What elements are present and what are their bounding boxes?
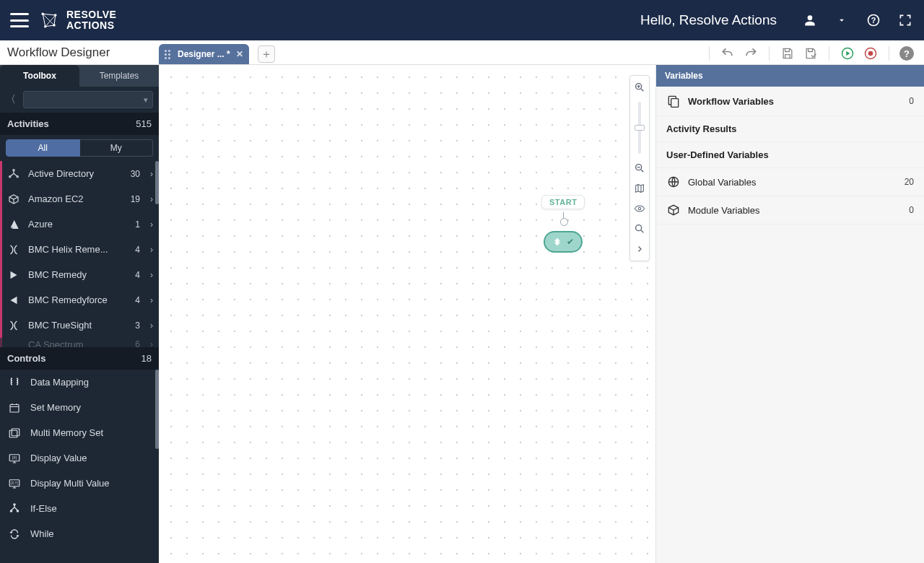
brand: RESOLVE ACTIONS: [39, 9, 116, 32]
run-button[interactable]: [840, 45, 855, 61]
minimap-button[interactable]: [632, 181, 647, 196]
control-item-multi-memory-set[interactable]: Multi Memory Set: [0, 420, 159, 445]
activity-count: 4: [135, 245, 140, 255]
controls-list: Data Mapping Set Memory Multi Memory Set…: [0, 370, 159, 563]
record-button[interactable]: [863, 45, 879, 61]
save-button[interactable]: [780, 45, 796, 61]
save-as-button[interactable]: [803, 45, 819, 61]
bmc-helix-icon: [6, 243, 21, 257]
category-select[interactable]: ▾: [23, 91, 153, 108]
activity-label: Active Directory: [28, 168, 123, 179]
start-label: START: [541, 195, 585, 209]
control-item-set-memory[interactable]: Set Memory: [0, 395, 159, 420]
svg-point-9: [13, 169, 14, 170]
sidebar-tab-templates[interactable]: Templates: [79, 65, 159, 87]
control-item-data-mapping[interactable]: Data Mapping: [0, 370, 159, 395]
filter-all[interactable]: All: [6, 139, 80, 157]
toolbar-help-button[interactable]: ?: [899, 46, 914, 61]
activity-count: 6: [135, 339, 140, 347]
activity-label: BMC TrueSight: [28, 320, 128, 331]
svg-point-25: [636, 225, 642, 231]
sidebar-tabs: Toolbox Templates: [0, 65, 159, 87]
global-variables-count: 20: [905, 177, 914, 187]
user-icon[interactable]: [801, 12, 819, 29]
activity-item-ca-spectrum[interactable]: CA Spectrum 6 ›: [0, 338, 159, 347]
module-variables-row[interactable]: Module Variables 0: [656, 196, 924, 224]
filter-my[interactable]: My: [80, 139, 154, 157]
control-label: Multi Memory Set: [30, 427, 103, 438]
fullscreen-icon[interactable]: [897, 12, 914, 29]
activity-item-active-directory[interactable]: Active Directory 30 ›: [0, 161, 159, 186]
activity-item-amazon-ec2[interactable]: Amazon EC2 19 ›: [0, 186, 159, 211]
while-icon: [7, 527, 22, 541]
hamburger-menu[interactable]: [10, 13, 29, 27]
chevron-right-icon: ›: [150, 339, 153, 347]
zoom-in-button[interactable]: [632, 80, 647, 95]
activity-count: 3: [135, 320, 140, 331]
main: Toolbox Templates 〈 ▾ Activities 515 All…: [0, 65, 924, 563]
activity-item-bmc-remedyforce[interactable]: BMC Remedyforce 4 ›: [0, 287, 159, 313]
activity-item-bmc-remedy[interactable]: BMC Remedy 4 ›: [0, 262, 159, 287]
control-item-display-multi-value[interactable]: [X,Y] Display Multi Value: [0, 471, 159, 496]
undo-button[interactable]: [720, 45, 736, 61]
node-connector[interactable]: [563, 212, 564, 222]
tab-close-icon[interactable]: ✕: [236, 49, 243, 59]
set-memory-icon: [7, 401, 22, 415]
collapse-sidebar-button[interactable]: 〈: [6, 93, 17, 106]
svg-text:?: ?: [871, 16, 876, 25]
workflow-variables-icon: [666, 94, 681, 108]
workflow-variables-row[interactable]: Workflow Variables 0: [656, 87, 924, 116]
activity-label: BMC Remedy: [28, 269, 128, 280]
chevron-right-icon: ›: [150, 169, 153, 179]
activity-item-azure[interactable]: Azure 1 ›: [0, 211, 159, 237]
global-variables-row[interactable]: Global Variables 20: [656, 168, 924, 196]
add-tab-button[interactable]: ＋: [258, 45, 275, 63]
zoom-slider[interactable]: [638, 102, 641, 154]
brand-line1: RESOLVE: [66, 9, 116, 20]
chevron-right-icon: ›: [150, 219, 153, 230]
azure-icon: [6, 217, 21, 232]
activity-results-header[interactable]: Activity Results: [656, 116, 924, 142]
chevron-right-icon: ›: [150, 295, 153, 305]
control-label: Data Mapping: [30, 377, 89, 388]
amazon-ec2-icon: [6, 192, 21, 206]
sidebar-tab-toolbox[interactable]: Toolbox: [0, 65, 79, 87]
zoom-out-button[interactable]: [632, 161, 647, 175]
svg-point-21: [17, 510, 18, 511]
activity-node[interactable]: ✔: [544, 231, 583, 253]
workflow-canvas[interactable]: START ✔: [159, 65, 655, 563]
svg-point-24: [638, 207, 640, 209]
expand-rail-button[interactable]: [632, 242, 647, 256]
help-icon[interactable]: ?: [865, 12, 882, 29]
activities-count: 515: [136, 118, 152, 129]
activity-label: CA Spectrum: [28, 339, 128, 348]
control-item-if-else[interactable]: If-Else: [0, 496, 159, 521]
activities-filter: All My: [0, 135, 159, 161]
activity-count: 1: [135, 219, 140, 230]
svg-point-8: [868, 51, 873, 56]
if-else-icon: [7, 502, 22, 516]
activity-item-bmc-helix-remedy[interactable]: BMC Helix Reme... 4 ›: [0, 237, 159, 262]
sidebar-collapse-row: 〈 ▾: [0, 87, 159, 113]
svg-point-19: [14, 503, 15, 505]
activities-header[interactable]: Activities 515: [0, 113, 159, 135]
chevron-right-icon: ›: [150, 194, 153, 204]
user-dropdown-icon[interactable]: [833, 12, 850, 29]
module-variables-icon: [666, 203, 681, 217]
chevron-right-icon: ›: [150, 245, 153, 255]
workflow-tab[interactable]: Designer ... * ✕: [159, 44, 249, 64]
search-canvas-button[interactable]: [632, 222, 647, 236]
controls-header[interactable]: Controls 18: [0, 347, 159, 370]
redo-button[interactable]: [743, 45, 759, 61]
svg-rect-13: [9, 430, 17, 437]
user-defined-variables-header[interactable]: User-Defined Variables: [656, 142, 924, 168]
zoom-slider-thumb[interactable]: [635, 125, 645, 131]
workflow-tab-label: Designer ... *: [178, 49, 230, 59]
activity-item-bmc-truesight[interactable]: BMC TrueSight 3 ›: [0, 313, 159, 338]
visibility-button[interactable]: [632, 201, 647, 216]
global-variables-icon: [666, 175, 681, 189]
start-node[interactable]: START ✔: [541, 195, 585, 253]
control-item-display-value[interactable]: [X] Display Value: [0, 445, 159, 471]
control-item-while[interactable]: While: [0, 521, 159, 546]
brand-logo-icon: [39, 10, 59, 30]
